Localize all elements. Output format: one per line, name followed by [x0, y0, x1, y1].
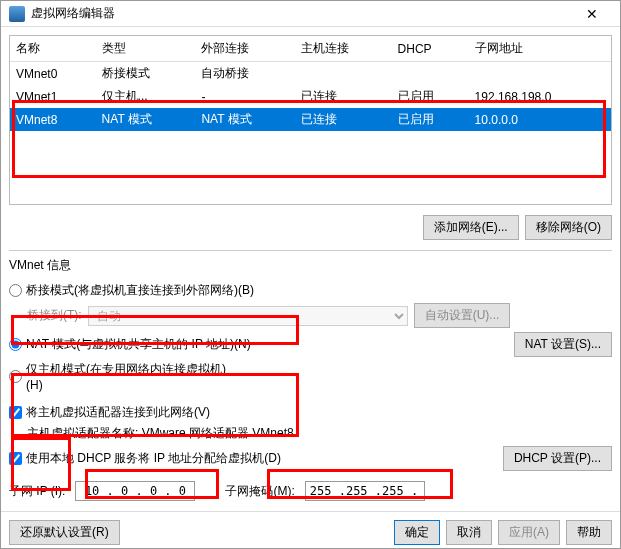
- subnet-row: 子网 IP (I): 子网掩码(M):: [9, 479, 612, 503]
- dhcp-settings-button[interactable]: DHCP 设置(P)...: [503, 446, 612, 471]
- content-area: 名称 类型 外部连接 主机连接 DHCP 子网地址 VMnet0 桥接模式 自动…: [1, 27, 620, 511]
- auto-settings-button: 自动设置(U)...: [414, 303, 511, 328]
- nat-settings-button[interactable]: NAT 设置(S)...: [514, 332, 612, 357]
- nat-label[interactable]: NAT 模式(与虚拟机共享主机的 IP 地址)(N): [26, 336, 251, 353]
- use-dhcp-checkbox[interactable]: [9, 452, 22, 465]
- bridged-to-label: 桥接到(T):: [27, 307, 82, 324]
- col-dhcp[interactable]: DHCP: [392, 36, 469, 62]
- bridged-to-select: 自动: [88, 306, 408, 326]
- col-host[interactable]: 主机连接: [295, 36, 391, 62]
- subnet-ip-input[interactable]: [75, 481, 195, 501]
- apply-button: 应用(A): [498, 520, 560, 545]
- use-dhcp-row: 使用本地 DHCP 服务将 IP 地址分配给虚拟机(D) DHCP 设置(P).…: [9, 444, 612, 473]
- connect-host-checkbox[interactable]: [9, 406, 22, 419]
- col-external[interactable]: 外部连接: [195, 36, 295, 62]
- ok-button[interactable]: 确定: [394, 520, 440, 545]
- table-row[interactable]: VMnet1 仅主机... - 已连接 已启用 192.168.198.0: [10, 85, 611, 108]
- host-adapter-name: 主机虚拟适配器名称: VMware 网络适配器 VMnet8: [27, 425, 294, 442]
- hostonly-radio-row: 仅主机模式(在专用网络内连接虚拟机)(H): [9, 359, 612, 394]
- connect-host-label[interactable]: 将主机虚拟适配器连接到此网络(V): [26, 404, 210, 421]
- hostonly-label[interactable]: 仅主机模式(在专用网络内连接虚拟机)(H): [26, 361, 226, 392]
- hostonly-radio[interactable]: [9, 370, 22, 383]
- table-row[interactable]: VMnet0 桥接模式 自动桥接: [10, 62, 611, 86]
- cancel-button[interactable]: 取消: [446, 520, 492, 545]
- subnet-mask-label: 子网掩码(M):: [225, 483, 294, 500]
- nat-radio-row: NAT 模式(与虚拟机共享主机的 IP 地址)(N) NAT 设置(S)...: [9, 330, 612, 359]
- bridged-radio[interactable]: [9, 284, 22, 297]
- network-buttons-row: 添加网络(E)... 移除网络(O): [9, 211, 612, 244]
- col-name[interactable]: 名称: [10, 36, 96, 62]
- bridged-to-row: 桥接到(T): 自动 自动设置(U)...: [27, 301, 612, 330]
- app-icon: [9, 6, 25, 22]
- network-table[interactable]: 名称 类型 外部连接 主机连接 DHCP 子网地址 VMnet0 桥接模式 自动…: [9, 35, 612, 205]
- use-dhcp-label[interactable]: 使用本地 DHCP 服务将 IP 地址分配给虚拟机(D): [26, 450, 281, 467]
- subnet-ip-label: 子网 IP (I):: [9, 483, 65, 500]
- col-subnet[interactable]: 子网地址: [469, 36, 611, 62]
- nat-radio[interactable]: [9, 338, 22, 351]
- bridged-radio-row: 桥接模式(将虚拟机直接连接到外部网络)(B): [9, 280, 612, 301]
- window-title: 虚拟网络编辑器: [31, 5, 566, 22]
- host-adapter-name-row: 主机虚拟适配器名称: VMware 网络适配器 VMnet8: [27, 423, 612, 444]
- dialog-buttons: 还原默认设置(R) 确定 取消 应用(A) 帮助: [1, 511, 620, 549]
- vmnet-info-title: VMnet 信息: [9, 257, 612, 274]
- col-type[interactable]: 类型: [96, 36, 196, 62]
- restore-defaults-button[interactable]: 还原默认设置(R): [9, 520, 120, 545]
- connect-host-row: 将主机虚拟适配器连接到此网络(V): [9, 402, 612, 423]
- remove-network-button[interactable]: 移除网络(O): [525, 215, 612, 240]
- bridged-label[interactable]: 桥接模式(将虚拟机直接连接到外部网络)(B): [26, 282, 254, 299]
- virtual-network-editor-window: 虚拟网络编辑器 ✕ 名称 类型 外部连接 主机连接 DHCP 子网地址: [0, 0, 621, 549]
- titlebar: 虚拟网络编辑器 ✕: [1, 1, 620, 27]
- close-button[interactable]: ✕: [572, 6, 612, 22]
- add-network-button[interactable]: 添加网络(E)...: [423, 215, 519, 240]
- vmnet-info-group: VMnet 信息 桥接模式(将虚拟机直接连接到外部网络)(B) 桥接到(T): …: [9, 250, 612, 503]
- help-button[interactable]: 帮助: [566, 520, 612, 545]
- table-row-selected[interactable]: VMnet8 NAT 模式 NAT 模式 已连接 已启用 10.0.0.0: [10, 108, 611, 131]
- subnet-mask-input[interactable]: [305, 481, 425, 501]
